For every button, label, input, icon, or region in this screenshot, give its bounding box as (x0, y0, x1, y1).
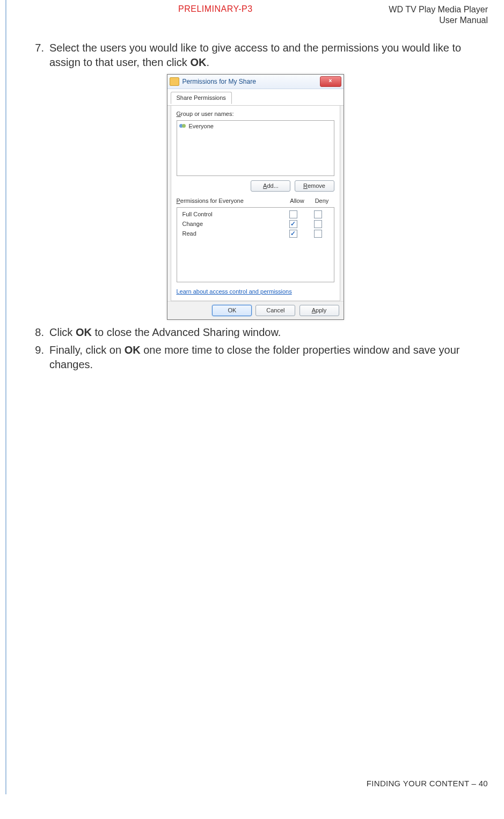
checkbox-change-allow[interactable] (289, 220, 297, 228)
step-number: 9. (23, 343, 49, 372)
dialog-title: Permissions for My Share (182, 77, 256, 86)
user-list[interactable]: Everyone (177, 120, 334, 176)
users-icon (179, 123, 187, 129)
checkbox-read-allow[interactable] (289, 230, 297, 238)
manual-title: WD TV Play Media Player User Manual (389, 4, 488, 26)
add-button[interactable]: Add... (251, 180, 290, 192)
step-9: 9. Finally, click on OK one more time to… (23, 343, 488, 372)
step-8: 8. Click OK to close the Advanced Sharin… (23, 325, 488, 340)
tab-row: Share Permissions (167, 89, 344, 106)
tab-share-permissions[interactable]: Share Permissions (171, 92, 232, 104)
preliminary-stamp: PRELIMINARY-P3 (178, 4, 253, 14)
product-subtitle: User Manual (439, 16, 488, 25)
step-text: Finally, click on OK one more time to cl… (49, 343, 488, 372)
cancel-button[interactable]: Cancel (255, 305, 295, 316)
step-number: 8. (23, 325, 49, 340)
permissions-table: Full Control Change Read (177, 207, 334, 282)
step-text: Select the users you would like to give … (49, 41, 488, 70)
permissions-dialog: Permissions for My Share × Share Permiss… (167, 74, 344, 320)
checkbox-change-deny[interactable] (314, 220, 322, 228)
section-name: FINDING YOUR CONTENT – (367, 779, 479, 788)
perm-name: Change (180, 220, 281, 228)
learn-link[interactable]: Learn about access control and permissio… (177, 288, 292, 296)
col-deny: Deny (310, 197, 334, 205)
permissions-header: Permissions for Everyone Allow Deny (177, 197, 334, 205)
perm-name: Full Control (180, 210, 281, 218)
checkbox-read-deny[interactable] (314, 230, 322, 238)
list-item[interactable]: Everyone (179, 122, 332, 130)
dialog-footer: OK Cancel Apply (167, 301, 344, 319)
close-button[interactable]: × (320, 76, 341, 87)
table-row: Full Control (180, 210, 331, 220)
product-name: WD TV Play Media Player (389, 5, 488, 14)
page-footer: FINDING YOUR CONTENT – 40 (367, 779, 488, 788)
step-7: 7. Select the users you would like to gi… (23, 41, 488, 70)
checkbox-full-allow[interactable] (289, 210, 297, 218)
remove-buttonust 0[interactable]: Remove (295, 180, 334, 192)
table-row: Read (180, 229, 331, 239)
step-text: Click OK to close the Advanced Sharing w… (49, 325, 281, 340)
checkbox-full-deny[interactable] (314, 210, 322, 218)
apply-button[interactable]: Apply (300, 305, 339, 316)
step-number: 7. (23, 41, 49, 70)
table-row: Change (180, 220, 331, 229)
page-number: 40 (479, 779, 488, 788)
dialog-titlebar[interactable]: Permissions for My Share × (167, 75, 344, 89)
page-header: PRELIMINARY-P3 WD TV Play Media Player U… (23, 4, 488, 26)
perm-name: Read (180, 230, 281, 238)
ok-button[interactable]: OK (212, 305, 252, 316)
col-allow: Allow (285, 197, 310, 205)
group-user-names-label: Group or user names: (177, 110, 334, 118)
folder-icon (170, 77, 179, 86)
user-name: Everyone (189, 122, 214, 130)
